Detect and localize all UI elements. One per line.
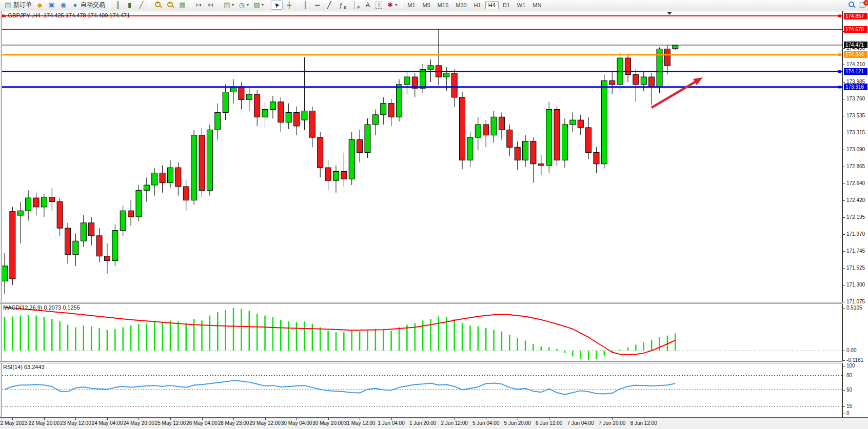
price-tick-label: 172.640: [846, 180, 865, 186]
candle-body: [144, 185, 149, 190]
timeframe-m30[interactable]: M30: [452, 1, 469, 9]
time-tick: [265, 418, 266, 420]
timeframe-m1[interactable]: M1: [404, 1, 418, 9]
template-icon[interactable]: ▨▾: [251, 1, 265, 10]
line-handle[interactable]: [838, 86, 841, 88]
new-order-button[interactable]: ▤新订单: [3, 1, 33, 10]
rsi-pane-canvas[interactable]: [2, 363, 842, 417]
candle-body: [254, 94, 260, 117]
candle: [26, 190, 31, 220]
price-tick: [842, 302, 845, 302]
candle: [286, 104, 291, 129]
timeframe-mn[interactable]: MN: [529, 1, 544, 9]
candle: [65, 223, 71, 264]
price-tag-174.678: 174.678: [844, 26, 867, 33]
line-handle[interactable]: [838, 70, 841, 73]
macd-pane-canvas[interactable]: [2, 304, 842, 361]
price-tick: [842, 82, 845, 83]
candle: [365, 118, 370, 158]
candle: [96, 228, 102, 262]
hline-icon[interactable]: ─: [312, 1, 323, 10]
data-window-icon[interactable]: ▣: [46, 1, 57, 10]
candle-body: [325, 168, 331, 180]
macd-label: MACD(12,26,9) 0.2073 0.1255: [3, 304, 80, 311]
rsi-tick: [842, 414, 845, 414]
candle: [538, 155, 544, 175]
timeframe-h1[interactable]: H1: [471, 1, 484, 9]
timeframe-m5[interactable]: M5: [420, 1, 433, 9]
time-tick: [75, 418, 76, 420]
zoom-in-icon[interactable]: +: [152, 1, 164, 10]
time-tick: [581, 418, 581, 420]
candle-body: [104, 256, 110, 261]
candle: [491, 111, 497, 142]
chart-shift-icon[interactable]: ↦: [193, 1, 204, 10]
new-order-button: ▤: [4, 1, 12, 9]
notifications-icon[interactable]: 1: [859, 2, 866, 8]
candle: [483, 120, 489, 147]
candle: [649, 73, 655, 105]
candle-body: [10, 212, 15, 279]
toolbar-separator: [149, 1, 150, 9]
candle-body: [388, 104, 394, 117]
arrow-head-icon: [693, 77, 703, 85]
price-tick: [842, 65, 845, 65]
candle-body: [397, 85, 402, 117]
line-chart-icon[interactable]: ╱: [136, 1, 147, 10]
auto-scroll-icon: ↤: [207, 1, 214, 9]
toolbar-separator: [268, 1, 268, 9]
timeframe-w1[interactable]: W1: [514, 1, 529, 9]
cursor-icon[interactable]: ➤: [271, 1, 283, 10]
timeframe-h4[interactable]: H4: [485, 1, 499, 9]
auto-scroll-icon[interactable]: ↤: [205, 1, 216, 10]
macd-tick-label: -0.1161: [846, 357, 863, 363]
fibo-icon[interactable]: ƒE: [336, 1, 348, 10]
time-tick: [518, 418, 518, 420]
candle-body: [215, 112, 221, 130]
crosshair-icon[interactable]: ┼: [284, 1, 294, 10]
styler-brush-icon[interactable]: ◆: [34, 1, 45, 10]
chart-shift-marker[interactable]: [667, 12, 672, 15]
zoom-in-icon: +: [155, 2, 161, 7]
candle: [57, 198, 63, 236]
candle: [515, 141, 520, 170]
main-chart-canvas[interactable]: [2, 11, 842, 302]
crosshair-icon: ┼: [285, 1, 293, 9]
candle: [120, 206, 126, 236]
search-icon[interactable]: [849, 2, 854, 7]
fibo-expansion-icon[interactable]: ┆F: [349, 1, 361, 10]
autotrade-button[interactable]: ●自动交易: [70, 1, 107, 10]
candle-body: [586, 128, 591, 153]
price-tick-label: 171.300: [846, 282, 865, 288]
price-tick-label: 171.525: [846, 265, 865, 271]
arrows-icon[interactable]: ✱▾: [385, 1, 399, 10]
period-icon[interactable]: ◷▾: [236, 1, 250, 10]
candlestick-icon[interactable]: ▮: [124, 1, 135, 10]
bar-chart-icon[interactable]: ║: [112, 1, 123, 10]
timeframe-m15[interactable]: M15: [435, 1, 451, 9]
trendline-icon[interactable]: ╱: [324, 1, 334, 10]
candle-body: [554, 110, 560, 160]
rsi-tick-label: 15: [846, 403, 852, 409]
candle: [191, 130, 197, 205]
candle: [570, 112, 576, 132]
vline-icon[interactable]: │: [300, 1, 311, 10]
label-icon[interactable]: T: [374, 1, 384, 10]
zoom-out-icon[interactable]: −: [165, 1, 176, 10]
time-tick: [44, 418, 45, 420]
candle: [207, 125, 212, 196]
signal-icon[interactable]: ◉: [58, 1, 69, 10]
time-tick: [328, 418, 329, 420]
line-handle[interactable]: [838, 15, 841, 17]
candle-body: [49, 197, 55, 202]
candle: [104, 243, 110, 274]
timeframe-d1[interactable]: D1: [500, 1, 513, 9]
tile-windows-icon[interactable]: ▦: [177, 1, 188, 10]
text-icon[interactable]: A: [362, 1, 373, 10]
candle: [625, 55, 631, 82]
new-chart-icon[interactable]: ▤▾: [222, 1, 235, 10]
mt4-window: ▤新订单◆▣◉●自动交易║▮╱+−▦↦↤▤▾◷▾▨▾➤┼│─╱ƒE┆FAT✱▾M…: [0, 0, 868, 429]
notification-badge: 1: [863, 0, 868, 6]
candle-body: [349, 140, 354, 179]
line-handle[interactable]: [838, 53, 841, 56]
